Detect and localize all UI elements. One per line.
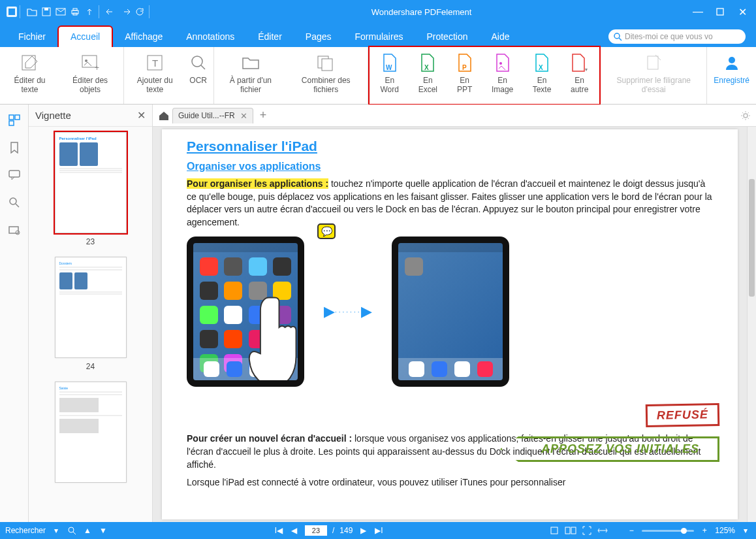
view-width-icon[interactable] (597, 527, 608, 534)
refresh-icon[interactable] (133, 5, 146, 18)
svg-rect-8 (717, 8, 723, 15)
ribbon: Éditer du texte +Éditer des objets TAjou… (0, 47, 756, 105)
search-dropdown-icon[interactable]: ▾ (51, 526, 61, 535)
zoom-dropdown-icon[interactable]: ▾ (740, 526, 751, 535)
svg-point-26 (729, 57, 735, 63)
zoom-level: 125% (715, 526, 735, 535)
remove-watermark-button[interactable]: Supprimer le filigrane d'essai (602, 50, 705, 102)
find-icon[interactable] (67, 527, 77, 535)
close-tab-button[interactable]: ✕ (240, 111, 247, 121)
home-icon[interactable] (158, 110, 170, 121)
tab-affichage[interactable]: Affichage (113, 26, 174, 47)
share-icon[interactable] (83, 5, 96, 18)
tab-pages[interactable]: Pages (294, 26, 343, 47)
zoom-out-icon[interactable]: − (626, 526, 637, 535)
tab-protection[interactable]: Protection (415, 26, 479, 47)
thumbnails-icon[interactable] (8, 114, 21, 127)
svg-point-16 (192, 56, 202, 67)
combine-files-button[interactable]: Combiner des fichiers (286, 50, 366, 102)
tab-editer[interactable]: Éditer (246, 26, 294, 47)
svg-point-35 (69, 527, 74, 532)
document-tab[interactable]: Guide Util...--FR✕ (172, 108, 253, 123)
close-panel-button[interactable]: ✕ (137, 109, 146, 122)
view-single-icon[interactable] (549, 527, 559, 534)
view-fit-icon[interactable] (582, 526, 592, 535)
edit-text-button[interactable]: Éditer du texte (1, 50, 58, 102)
redo-icon[interactable] (119, 5, 132, 18)
thumbnail-25[interactable]: Saisie (55, 382, 127, 483)
svg-text:T: T (152, 57, 158, 69)
search-icon (614, 33, 622, 41)
svg-rect-32 (9, 227, 18, 233)
search-panel-icon[interactable] (8, 196, 21, 209)
app-title: Wondershare PDFelement (152, 7, 691, 17)
zoom-slider[interactable] (642, 530, 694, 532)
tell-me-search[interactable]: Dites-moi ce que vous vo (608, 29, 746, 44)
heading-personnaliser: Personnaliser l'iPad (187, 139, 713, 154)
save-icon[interactable] (40, 5, 53, 18)
scrollbar[interactable] (747, 127, 756, 522)
attachments-icon[interactable] (8, 223, 21, 237)
highlighted-text: Pour organiser les applications : (187, 178, 328, 189)
svg-rect-27 (9, 115, 14, 120)
minimize-button[interactable]: — (691, 5, 705, 18)
comment-icon[interactable]: 💬 (317, 223, 336, 239)
first-page-icon[interactable]: I◀ (274, 526, 284, 535)
thumbnail-list[interactable]: Personnaliser l'iPad 23 Dossiers 24 Sais… (29, 127, 152, 522)
from-file-button[interactable]: À partir d'un fichier (215, 50, 286, 102)
thumbnail-24[interactable]: Dossiers (55, 257, 127, 358)
document-tabbar: Guide Util...--FR✕ + (153, 105, 756, 127)
tab-annotations[interactable]: Annotations (174, 26, 246, 47)
mail-icon[interactable] (54, 5, 67, 18)
add-text-button[interactable]: TAjouter du texte (125, 50, 184, 102)
register-button[interactable]: Enregistré (708, 50, 755, 102)
ocr-button[interactable]: OCR (184, 50, 212, 102)
tab-aide[interactable]: Aide (479, 26, 521, 47)
next-result-icon[interactable]: ▼ (98, 526, 108, 535)
view-double-icon[interactable] (565, 527, 576, 534)
new-tab-button[interactable]: + (256, 108, 271, 122)
svg-text:W: W (386, 64, 392, 71)
page-label-23: 23 (86, 237, 95, 246)
page-content[interactable]: Personnaliser l'iPad Organiser vos appli… (162, 129, 738, 519)
svg-text:+: + (95, 63, 99, 72)
svg-point-9 (614, 33, 620, 39)
bookmarks-icon[interactable] (8, 141, 21, 154)
page-label-24: 24 (86, 362, 95, 371)
page-input[interactable] (305, 525, 327, 536)
undo-icon[interactable] (104, 5, 118, 18)
svg-rect-1 (8, 8, 15, 15)
app-icon (7, 7, 17, 17)
svg-rect-38 (571, 527, 576, 534)
close-button[interactable]: ✕ (735, 5, 749, 18)
to-excel-button[interactable]: XEn Excel (409, 50, 447, 102)
next-page-icon[interactable]: ▶ (358, 526, 368, 535)
settings-icon[interactable] (740, 110, 751, 121)
prev-page-icon[interactable]: ◀ (289, 526, 300, 535)
tab-formulaires[interactable]: Formulaires (343, 26, 415, 47)
status-bar: Rechercher ▾ ▲ ▼ I◀ ◀ / 149 ▶ ▶I − + 125… (0, 522, 756, 539)
thumbnail-23[interactable]: Personnaliser l'iPad (55, 132, 127, 233)
print-icon[interactable] (69, 5, 82, 18)
svg-point-22 (499, 62, 502, 65)
svg-rect-28 (15, 115, 20, 120)
thumbnail-title: Vignette (35, 110, 71, 121)
svg-point-12 (85, 59, 87, 62)
to-text-button[interactable]: XEn Texte (523, 50, 561, 102)
edit-objects-button[interactable]: +Éditer des objets (58, 50, 122, 102)
tab-accueil[interactable]: Accueil (57, 25, 113, 47)
tab-fichier[interactable]: Fichier (7, 26, 57, 47)
zoom-in-icon[interactable]: + (699, 526, 710, 535)
prev-result-icon[interactable]: ▲ (82, 526, 93, 535)
to-word-button[interactable]: WEn Word (371, 50, 409, 102)
open-icon[interactable] (25, 5, 39, 18)
last-page-icon[interactable]: ▶I (373, 526, 384, 535)
to-ppt-button[interactable]: PEn PPT (447, 50, 482, 102)
svg-text:X: X (424, 64, 429, 71)
svg-text:P: P (462, 64, 467, 71)
svg-point-34 (744, 114, 748, 118)
to-image-button[interactable]: En Image (482, 50, 523, 102)
comments-icon[interactable] (8, 169, 21, 182)
maximize-button[interactable] (713, 5, 727, 18)
to-other-button[interactable]: ▾En autre (561, 50, 598, 102)
